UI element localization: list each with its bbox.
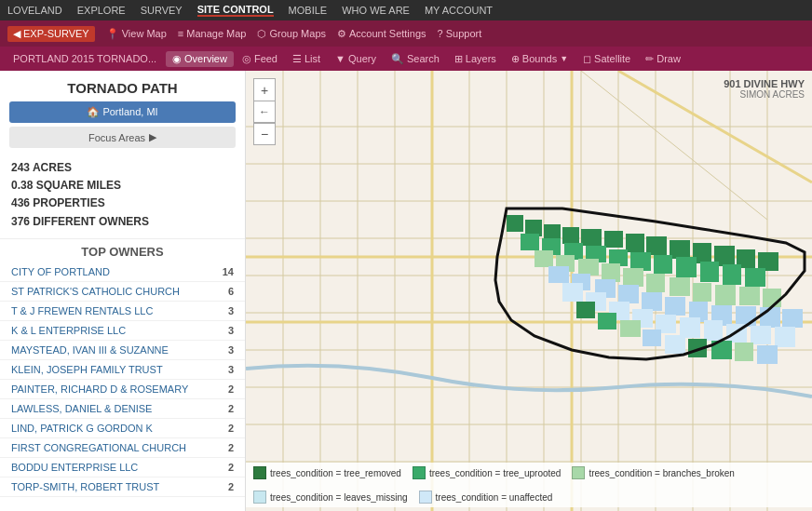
owner-count: 3 [210, 340, 245, 359]
owner-count: 2 [210, 418, 245, 437]
svg-rect-39 [670, 240, 690, 259]
account-settings-btn[interactable]: ⚙ Account Settings [337, 28, 426, 40]
svg-rect-94 [735, 343, 753, 361]
map-area[interactable]: + ← − 901 DIVINE HWY SIMON ACRES [246, 71, 812, 511]
stat-acres: 243 ACRES [11, 159, 234, 177]
owner-count: 3 [210, 320, 245, 340]
tab-layers[interactable]: ⊞ Layers [448, 51, 503, 67]
svg-rect-36 [604, 231, 623, 248]
owner-count: 2 [210, 379, 245, 398]
owner-name[interactable]: FIRST CONGREGATIONAL CHURCH [0, 437, 210, 457]
svg-rect-86 [775, 327, 795, 347]
svg-rect-76 [782, 309, 803, 328]
owner-count: 2 [210, 437, 245, 457]
area-name: SIMON ACRES [724, 89, 805, 100]
stat-owners: 376 DIFFERENT OWNERS [11, 213, 234, 231]
map-zoom-controls: + ← − [253, 78, 276, 145]
nav-survey[interactable]: SURVEY [141, 5, 183, 16]
focus-areas-button[interactable]: Focus Areas ▶ [9, 127, 236, 148]
left-panel: TORNADO PATH 🏠 Portland, MI Focus Areas … [0, 71, 246, 511]
tab-overview[interactable]: ◉ Overview [166, 51, 234, 67]
svg-rect-77 [562, 283, 583, 302]
zoom-in-button[interactable]: + [253, 78, 276, 101]
zoom-out-button[interactable]: − [253, 123, 276, 145]
table-row[interactable]: T & J FREWEN RENTALS LLC3 [0, 301, 245, 320]
tab-satellite[interactable]: ◻ Satellite [576, 51, 637, 67]
owner-name[interactable]: K & L ENTERPRISE LLC [0, 320, 210, 340]
table-row[interactable]: FIRST CONGREGATIONAL CHURCH2 [0, 437, 245, 457]
chevron-down-icon: ▼ [560, 54, 568, 63]
location-button[interactable]: 🏠 Portland, MI [9, 101, 236, 123]
overview-icon: ◉ [172, 53, 182, 65]
legend-label-removed: trees_condition = tree_removed [270, 468, 401, 478]
svg-rect-66 [548, 266, 569, 283]
query-icon: ▼ [335, 53, 345, 64]
svg-rect-88 [598, 313, 616, 329]
view-map-btn[interactable]: 📍 View Map [106, 28, 167, 40]
nav-mobile[interactable]: MOBILE [289, 5, 328, 16]
svg-rect-69 [618, 285, 639, 303]
owner-name[interactable]: KLEIN, JOSEPH FAMILY TRUST [0, 359, 210, 379]
tab-list[interactable]: ☰ List [286, 51, 327, 67]
legend-swatch-unaffected [419, 491, 432, 504]
svg-rect-83 [704, 320, 723, 341]
svg-rect-34 [562, 227, 579, 244]
exp-survey-icon: ◀ [13, 28, 20, 40]
tab-feed[interactable]: ◎ Feed [236, 51, 284, 67]
table-row[interactable]: CITY OF PORTLAND14 [0, 262, 245, 282]
nav-loveland[interactable]: LOVELAND [7, 5, 62, 16]
third-navigation: PORTLAND 2015 TORNADO... ◉ Overview ◎ Fe… [0, 47, 812, 71]
list-icon: ☰ [292, 53, 302, 65]
group-maps-btn[interactable]: ⬡ Group Maps [257, 28, 326, 40]
nav-explore[interactable]: EXPLORE [77, 5, 126, 16]
table-row[interactable]: LAWLESS, DANIEL & DENISE2 [0, 398, 245, 418]
owner-name[interactable]: TORP-SMITH, ROBERT TRUST [0, 477, 210, 496]
support-btn[interactable]: ? Support [438, 28, 482, 39]
table-row[interactable]: K & L ENTERPRISE LLC3 [0, 320, 245, 340]
top-owners-title: TOP OWNERS [0, 238, 245, 262]
legend-label-uprooted: trees_condition = tree_uprooted [429, 468, 562, 478]
map-info-box: 901 DIVINE HWY SIMON ACRES [724, 78, 805, 100]
nav-site-control[interactable]: SITE CONTROL [197, 4, 274, 17]
home-icon: 🏠 [87, 106, 100, 117]
svg-rect-65 [763, 289, 781, 307]
nav-my-account[interactable]: MY ACCOUNT [425, 5, 493, 16]
table-row[interactable]: ST PATRICK'S CATHOLIC CHURCH6 [0, 281, 245, 301]
table-row[interactable]: MAYSTEAD, IVAN III & SUZANNE3 [0, 340, 245, 359]
manage-map-btn[interactable]: ≡ Manage Map [178, 28, 247, 39]
owner-name[interactable]: BODDU ENTERPRISE LLC [0, 457, 210, 477]
exp-survey-btn[interactable]: ◀ EXP-SURVEY [7, 26, 95, 42]
table-row[interactable]: KLEIN, JOSEPH FAMILY TRUST3 [0, 359, 245, 379]
svg-rect-50 [654, 255, 672, 274]
table-row[interactable]: TORP-SMITH, ROBERT TRUST2 [0, 477, 245, 496]
owner-count: 3 [210, 359, 245, 379]
owner-name[interactable]: CITY OF PORTLAND [0, 262, 210, 282]
svg-rect-35 [581, 229, 602, 246]
feed-icon: ◎ [242, 53, 251, 65]
top-navigation: LOVELAND EXPLORE SURVEY SITE CONTROL MOB… [0, 0, 812, 20]
svg-rect-54 [745, 268, 765, 287]
panel-title: TORNADO PATH [0, 71, 245, 101]
search-icon: 🔍 [391, 53, 404, 65]
table-row[interactable]: PAINTER, RICHARD D & ROSEMARY2 [0, 379, 245, 398]
table-row[interactable]: LIND, PATRICK G GORDON K2 [0, 418, 245, 437]
back-button[interactable]: ← [253, 101, 276, 123]
owner-name[interactable]: T & J FREWEN RENTALS LLC [0, 301, 210, 320]
stat-properties: 436 PROPERTIES [11, 195, 234, 212]
svg-rect-82 [680, 317, 700, 338]
tab-draw[interactable]: ✏ Draw [639, 51, 687, 67]
nav-who-we-are[interactable]: WHO WE ARE [342, 5, 410, 16]
tab-bounds[interactable]: ⊕ Bounds ▼ [505, 51, 575, 67]
svg-rect-71 [665, 297, 685, 316]
breadcrumb: PORTLAND 2015 TORNADO... [6, 53, 164, 64]
draw-icon: ✏ [645, 53, 654, 65]
owner-name[interactable]: LIND, PATRICK G GORDON K [0, 418, 210, 437]
owner-name[interactable]: PAINTER, RICHARD D & ROSEMARY [0, 379, 210, 398]
owner-name[interactable]: MAYSTEAD, IVAN III & SUZANNE [0, 340, 210, 359]
legend-swatch-branches [572, 466, 585, 479]
tab-search[interactable]: 🔍 Search [385, 51, 446, 67]
owner-name[interactable]: LAWLESS, DANIEL & DENISE [0, 398, 210, 418]
tab-query[interactable]: ▼ Query [329, 51, 383, 66]
owner-name[interactable]: ST PATRICK'S CATHOLIC CHURCH [0, 281, 210, 301]
table-row[interactable]: BODDU ENTERPRISE LLC2 [0, 457, 245, 477]
